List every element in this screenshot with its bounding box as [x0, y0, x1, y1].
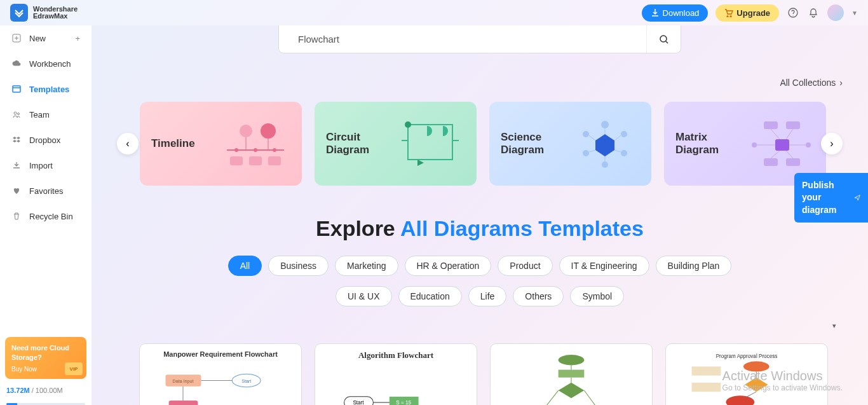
matrix-graphic — [745, 115, 815, 172]
svg-point-22 — [601, 121, 609, 128]
card-timeline[interactable]: Timeline — [140, 102, 302, 186]
svg-rect-70 — [692, 366, 721, 375]
filter-hr[interactable]: HR & Operation — [405, 256, 492, 276]
svg-point-8 — [261, 123, 276, 139]
dropbox-icon — [11, 135, 22, 145]
sidebar-item-workbench[interactable]: Workbench — [0, 51, 92, 76]
team-icon — [11, 109, 22, 120]
svg-point-15 — [254, 148, 257, 152]
filter-it[interactable]: IT & Engineering — [559, 256, 649, 276]
svg-point-18 — [405, 121, 411, 128]
sidebar: New + Workbench Templates Team Dropbox I… — [0, 25, 92, 405]
help-icon[interactable] — [787, 6, 799, 19]
svg-point-26 — [583, 150, 589, 156]
topbar: Wondershare EdrawMax Download Upgrade ▼ — [0, 0, 868, 25]
svg-line-68 — [584, 390, 595, 405]
main-content: All Collections › ‹ Timeline Circuit Dia… — [92, 25, 868, 405]
template-title: Algorithm Flowchart — [322, 350, 470, 360]
collections-carousel: ‹ Timeline Circuit Diagram Science Diagr… — [92, 102, 868, 186]
explore-heading: Explore All Diagrams Templates — [92, 216, 868, 241]
logo-icon — [10, 4, 28, 22]
avatar[interactable] — [827, 4, 844, 21]
search-bar — [278, 25, 681, 53]
upgrade-button[interactable]: Upgrade — [715, 4, 779, 22]
search-button[interactable] — [646, 25, 681, 53]
carousel-next[interactable]: › — [821, 133, 843, 154]
svg-line-67 — [546, 390, 558, 405]
template-algorithm[interactable]: Algorithm Flowchart StartS = 15 — [315, 343, 477, 405]
carousel-prev[interactable]: ‹ — [117, 133, 139, 154]
svg-point-7 — [240, 125, 252, 137]
filter-uiux[interactable]: UI & UX — [336, 286, 392, 306]
publish-diagram-button[interactable]: Publish your diagram — [794, 173, 868, 223]
import-icon — [11, 160, 22, 170]
sidebar-item-import[interactable]: Import — [0, 153, 92, 178]
sidebar-item-new[interactable]: New + — [0, 25, 92, 51]
circuit-graphic — [395, 115, 465, 172]
filter-business[interactable]: Business — [268, 256, 329, 276]
logo-text: Wondershare EdrawMax — [33, 6, 78, 20]
search-input[interactable] — [279, 34, 646, 45]
download-button[interactable]: Download — [642, 4, 709, 22]
svg-text:Program Approval Process: Program Approval Process — [716, 354, 778, 359]
plus-icon: + — [75, 34, 80, 43]
plus-square-icon — [11, 33, 22, 43]
svg-point-40 — [806, 142, 811, 148]
filter-product[interactable]: Product — [498, 256, 552, 276]
sidebar-item-templates[interactable]: Templates — [0, 76, 92, 102]
svg-point-74 — [726, 395, 754, 405]
svg-rect-37 — [764, 158, 778, 166]
trash-icon — [11, 211, 22, 221]
sidebar-item-recycle[interactable]: Recycle Bin — [0, 203, 92, 229]
svg-text:Data Input: Data Input — [173, 379, 194, 384]
storage-total: / 100.00M — [30, 387, 63, 394]
filter-symbol[interactable]: Symbol — [570, 286, 624, 306]
svg-point-5 — [660, 36, 667, 42]
svg-rect-73 — [692, 383, 721, 392]
card-label: Timeline — [151, 137, 195, 150]
all-collections-link[interactable]: All Collections › — [780, 78, 843, 88]
sidebar-item-favorites[interactable]: Favorites — [0, 178, 92, 203]
svg-line-30 — [614, 150, 621, 152]
template-title: Manpower Requirement Flowchart — [146, 350, 295, 358]
filter-building[interactable]: Building Plan — [656, 256, 732, 276]
sidebar-item-dropbox[interactable]: Dropbox — [0, 127, 92, 153]
card-circuit[interactable]: Circuit Diagram — [315, 102, 477, 186]
svg-line-43 — [771, 129, 780, 139]
sidebar-item-label: Workbench — [29, 59, 71, 69]
promo-title: Need more Cloud Storage? — [11, 343, 80, 362]
cloud-icon — [11, 58, 22, 69]
sidebar-item-label: Favorites — [29, 186, 63, 196]
chevron-right-icon: › — [839, 78, 843, 88]
svg-marker-21 — [595, 134, 614, 156]
avatar-caret-icon[interactable]: ▼ — [851, 10, 858, 17]
sidebar-item-team[interactable]: Team — [0, 102, 92, 127]
card-science[interactable]: Science Diagram — [489, 102, 651, 186]
sidebar-item-label: Recycle Bin — [29, 212, 73, 221]
svg-point-16 — [273, 148, 276, 152]
send-icon — [854, 191, 860, 204]
filter-marketing[interactable]: Marketing — [335, 256, 398, 276]
app-logo[interactable]: Wondershare EdrawMax — [10, 4, 78, 22]
card-label: Circuit Diagram — [326, 131, 390, 156]
topbar-actions: Download Upgrade ▼ — [642, 4, 858, 22]
svg-rect-34 — [764, 121, 778, 129]
storage-promo[interactable]: Need more Cloud Storage? Buy Now VIP — [5, 337, 86, 379]
template-green[interactable] — [490, 343, 653, 405]
svg-line-33 — [589, 135, 595, 141]
filter-life[interactable]: Life — [468, 286, 507, 306]
filter-others[interactable]: Others — [513, 286, 564, 306]
svg-rect-35 — [786, 121, 800, 129]
svg-point-23 — [621, 131, 627, 137]
svg-line-46 — [786, 151, 793, 158]
search-icon — [659, 34, 669, 45]
svg-point-24 — [621, 150, 627, 156]
templates-icon — [11, 84, 22, 94]
svg-point-39 — [752, 142, 757, 148]
filter-row-2: UI & UX Education Life Others Symbol — [92, 286, 868, 306]
filter-all[interactable]: All — [228, 256, 262, 276]
svg-rect-13 — [268, 156, 281, 165]
bell-icon[interactable] — [807, 6, 820, 19]
template-manpower[interactable]: Manpower Requirement Flowchart Data Inpu… — [139, 343, 302, 405]
filter-education[interactable]: Education — [398, 286, 462, 306]
